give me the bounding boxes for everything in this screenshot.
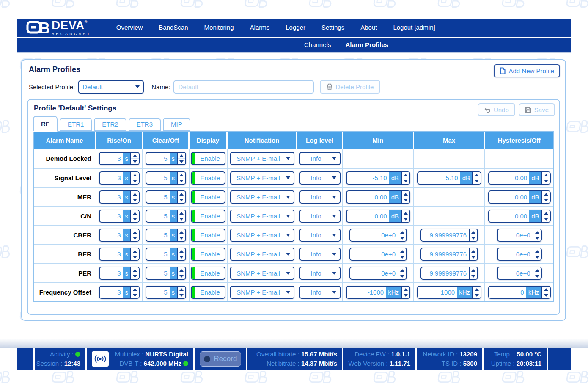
hysteresis-input[interactable]: 0e+0 (497, 267, 542, 280)
spin-up-button[interactable] (178, 172, 185, 178)
spin-down-button[interactable] (398, 235, 406, 241)
hysteresis-input[interactable]: 0e+0 (497, 229, 542, 242)
notification-select[interactable]: SNMP + E-mail (230, 190, 294, 204)
spin-down-button[interactable] (131, 235, 139, 241)
spin-up-button[interactable] (533, 229, 541, 235)
clear-off-input[interactable]: 5s (146, 171, 186, 185)
spin-up-button[interactable] (473, 172, 481, 178)
spin-up-button[interactable] (178, 229, 185, 235)
delete-profile-button[interactable]: Delete Profile (320, 80, 380, 94)
spin-up-button[interactable] (131, 191, 139, 197)
spin-down-button[interactable] (402, 178, 409, 184)
notification-select[interactable]: SNMP + E-mail (230, 152, 294, 165)
spin-up-button[interactable] (542, 287, 550, 292)
hysteresis-input[interactable]: 0.00dB (488, 210, 551, 223)
spin-up-button[interactable] (402, 172, 409, 178)
display-enable-toggle[interactable]: Enable (191, 152, 225, 165)
spin-up-button[interactable] (178, 210, 185, 216)
spin-down-button[interactable] (131, 254, 139, 260)
spin-up-button[interactable] (402, 191, 409, 197)
rise-on-input[interactable]: 3s (99, 286, 140, 299)
spin-up-button[interactable] (131, 267, 139, 273)
spin-up-button[interactable] (473, 287, 481, 292)
nav-item-logger[interactable]: Logger (285, 22, 306, 33)
log-level-select[interactable]: Info (299, 286, 341, 299)
log-level-select[interactable]: Info (299, 267, 341, 280)
spin-down-button[interactable] (398, 254, 406, 260)
rise-on-input[interactable]: 3s (99, 190, 140, 204)
spin-down-button[interactable] (533, 273, 541, 279)
min-input[interactable]: 0e+0 (349, 229, 407, 242)
nav-item-bandscan[interactable]: BandScan (158, 22, 188, 33)
spin-down-button[interactable] (542, 178, 550, 184)
spin-up-button[interactable] (402, 287, 409, 292)
log-level-select[interactable]: Info (299, 229, 341, 242)
spin-down-button[interactable] (470, 273, 477, 279)
min-input[interactable]: -1000kHz (346, 286, 410, 299)
clear-off-input[interactable]: 5s (146, 210, 186, 223)
spin-up-button[interactable] (398, 267, 406, 273)
spin-down-button[interactable] (178, 216, 185, 222)
spin-up-button[interactable] (131, 210, 139, 216)
notification-select[interactable]: SNMP + E-mail (230, 286, 294, 299)
spin-down-button[interactable] (131, 159, 139, 164)
display-enable-toggle[interactable]: Enable (191, 267, 225, 280)
display-enable-toggle[interactable]: Enable (191, 190, 225, 204)
tab-etr1[interactable]: ETR1 (60, 118, 92, 131)
spin-up-button[interactable] (178, 267, 185, 273)
spin-down-button[interactable] (470, 254, 477, 260)
nav-item-logout-admin-[interactable]: Logout [admin] (393, 22, 435, 33)
spin-down-button[interactable] (131, 197, 139, 203)
spin-down-button[interactable] (533, 254, 541, 260)
clear-off-input[interactable]: 5s (146, 267, 186, 280)
spin-down-button[interactable] (542, 197, 550, 203)
spin-down-button[interactable] (473, 292, 481, 298)
hysteresis-input[interactable]: 0kHz (488, 286, 551, 299)
spin-down-button[interactable] (178, 235, 185, 241)
spin-down-button[interactable] (131, 178, 139, 184)
clear-off-input[interactable]: 5s (146, 152, 186, 165)
spin-up-button[interactable] (131, 229, 139, 235)
spin-down-button[interactable] (542, 216, 550, 222)
spin-down-button[interactable] (470, 235, 477, 241)
max-input[interactable]: 5.10dB (417, 171, 481, 185)
spin-up-button[interactable] (533, 267, 541, 273)
display-enable-toggle[interactable]: Enable (191, 286, 225, 299)
log-level-select[interactable]: Info (299, 152, 341, 165)
min-input[interactable]: 0.00dB (346, 190, 410, 204)
nav-item-overview[interactable]: Overview (116, 22, 143, 33)
display-enable-toggle[interactable]: Enable (191, 229, 225, 242)
clear-off-input[interactable]: 5s (146, 190, 186, 204)
min-input[interactable]: 0e+0 (349, 267, 407, 280)
rise-on-input[interactable]: 3s (99, 229, 140, 242)
spin-down-button[interactable] (131, 216, 139, 222)
log-level-select[interactable]: Info (299, 171, 341, 185)
spin-up-button[interactable] (542, 210, 550, 216)
max-input[interactable]: 9.999999776 (420, 248, 478, 261)
spin-up-button[interactable] (131, 287, 139, 292)
min-input[interactable]: 0.00dB (346, 210, 410, 223)
spin-down-button[interactable] (533, 235, 541, 241)
notification-select[interactable]: SNMP + E-mail (230, 248, 294, 261)
nav-item-monitoring[interactable]: Monitoring (204, 22, 234, 33)
clear-off-input[interactable]: 5s (146, 248, 186, 261)
rise-on-input[interactable]: 3s (99, 210, 140, 223)
spin-up-button[interactable] (178, 287, 185, 292)
nav-item-about[interactable]: About (360, 22, 377, 33)
rise-on-input[interactable]: 3s (99, 171, 140, 185)
spin-down-button[interactable] (402, 292, 409, 298)
spin-down-button[interactable] (542, 292, 550, 298)
spin-down-button[interactable] (402, 216, 409, 222)
rise-on-input[interactable]: 3s (99, 267, 140, 280)
notification-select[interactable]: SNMP + E-mail (230, 229, 294, 242)
spin-up-button[interactable] (178, 248, 185, 254)
spin-down-button[interactable] (402, 197, 409, 203)
spin-up-button[interactable] (402, 210, 409, 216)
tab-etr2[interactable]: ETR2 (94, 118, 126, 131)
max-input[interactable]: 1000kHz (417, 286, 481, 299)
display-enable-toggle[interactable]: Enable (191, 210, 225, 223)
spin-up-button[interactable] (178, 153, 185, 159)
tab-mip[interactable]: MIP (163, 118, 190, 131)
spin-down-button[interactable] (178, 159, 185, 164)
hysteresis-input[interactable]: 0.00dB (488, 190, 551, 204)
